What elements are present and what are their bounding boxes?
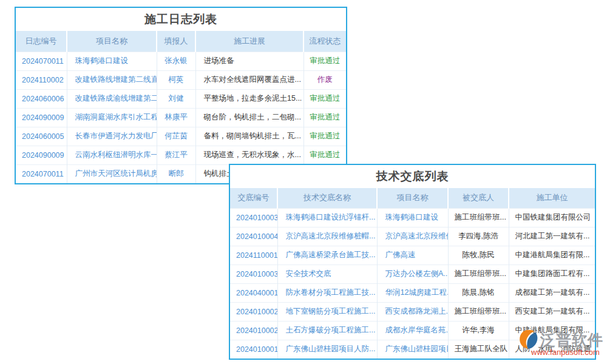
technical-disclosure-table-card: 技术交底列表 交底编号技术交底名称项目名称被交底人施工单位 2024010003… (229, 164, 596, 360)
construction-log-table-header: 日志编号项目名称填报人施工进展流程状态 (16, 31, 346, 52)
log-status-cell: 审批通过 (304, 52, 346, 70)
technical-disclosure-table-header: 交底编号技术交底名称项目名称被交底人施工单位 (230, 188, 595, 208)
disclosure-table-row: 2024010004京沪高速北京段维修桩帽...京沪高速北京段维修李四海,陈浩河… (230, 227, 595, 246)
disclosure-column-header-recipients: 被交底人 (448, 188, 509, 208)
log-project-cell[interactable]: 广州市天河区统计局机房... (67, 164, 157, 183)
disclosure-table-row: 2024040001防水卷材分项工程施工技...华润12城房建工程...陈晨,陈… (230, 283, 595, 302)
log-reporter-cell[interactable]: 林康平 (157, 108, 195, 127)
log-id-cell[interactable]: 2024060006 (16, 89, 67, 108)
log-id-cell[interactable]: 2024060005 (16, 127, 67, 146)
disclosure-unit-cell: 中建港航局集团有限... (509, 246, 595, 265)
disclosure-name-cell[interactable]: 防水卷材分项工程施工技... (277, 283, 377, 302)
disclosure-recipients-cell: 李四海,陈浩 (448, 227, 509, 246)
log-progress-cell: 平整场地，拉走多余泥土15... (195, 89, 304, 108)
log-project-cell[interactable]: 云南水利枢纽潜明水库一... (67, 146, 157, 164)
log-status-cell: 审批通过 (304, 146, 346, 164)
disclosure-project-cell[interactable]: 华润12城房建工程... (377, 283, 448, 302)
disclosure-name-cell[interactable]: 安全技术交底 (277, 265, 377, 283)
disclosure-recipients-cell: 陈牧,陈民 (448, 246, 509, 265)
log-reporter-cell[interactable]: 蔡江平 (157, 146, 195, 164)
disclosure-name-cell[interactable]: 土石方爆破分项工程施工... (277, 321, 377, 340)
disclosure-id-cell[interactable]: 2024010002 (230, 321, 277, 340)
disclosure-unit-cell: 西安建工第一建筑有... (509, 302, 595, 321)
technical-disclosure-table: 交底编号技术交底名称项目名称被交底人施工单位 2024010003珠海鹤港口建设… (230, 188, 595, 359)
log-column-header-status: 流程状态 (304, 31, 346, 52)
disclosure-column-header-id: 交底编号 (230, 188, 277, 208)
disclosure-recipients-cell: 施工班组带班... (448, 302, 509, 321)
disclosure-name-cell[interactable]: 广东佛山碧桂园项目人防... (277, 340, 377, 359)
disclosure-name-cell[interactable]: 广佛高速桥梁承台施工技... (277, 246, 377, 265)
log-id-cell[interactable]: 2024070011 (16, 164, 67, 183)
log-id-cell[interactable]: 2024070011 (16, 52, 67, 70)
log-progress-cell: 砌台阶，钩机排土，二包砌... (195, 108, 304, 127)
disclosure-id-cell[interactable]: 2024010004 (230, 227, 277, 246)
log-reporter-cell[interactable]: 柯英 (157, 70, 195, 89)
log-table-row: 2024060005长春市伊通河水力发电厂...何芷茵备料，砌间墙钩机排土，瓦.… (16, 127, 346, 146)
log-project-cell[interactable]: 长春市伊通河水力发电厂... (67, 127, 157, 146)
log-project-cell[interactable]: 改建铁路线增建第二线直... (67, 70, 157, 89)
disclosure-unit-cell: 成都建工第一建筑有... (509, 283, 595, 302)
log-reporter-cell[interactable]: 张永银 (157, 52, 195, 70)
log-table-row: 2024090009云南水利枢纽潜明水库一...蔡江平现场巡查，无积水现象，水.… (16, 146, 346, 164)
disclosure-unit-cell: 中建集团路面工程有... (509, 265, 595, 283)
log-status-cell: 审批通过 (304, 127, 346, 146)
disclosure-project-cell[interactable]: 万达办公楼左侧A... (377, 265, 448, 283)
disclosure-table-row: 2024010003珠海鹤港口建设抗浮锚杆...珠海鹤港口建设施工班组带班...… (230, 208, 595, 227)
technical-disclosure-table-body: 2024010003珠海鹤港口建设抗浮锚杆...珠海鹤港口建设施工班组带班...… (230, 208, 595, 359)
disclosure-unit-cell: 河北建工第一建筑有... (509, 227, 595, 246)
disclosure-recipients-cell: 施工班组带班... (448, 208, 509, 227)
log-id-cell[interactable]: 2024110002 (16, 70, 67, 89)
log-status-cell: 作废 (304, 70, 346, 89)
log-table-row: 2024090009湖南洞庭湖水库引水工程...林康平砌台阶，钩机排土，二包砌.… (16, 108, 346, 127)
disclosure-id-cell[interactable]: 2024010003 (230, 265, 277, 283)
disclosure-id-cell[interactable]: 2024010001 (230, 340, 277, 359)
log-reporter-cell[interactable]: 断郎 (157, 164, 195, 183)
disclosure-recipients-cell: 陈晨,陈铭 (448, 283, 509, 302)
log-status-cell: 审批通过 (304, 108, 346, 127)
log-column-header-progress: 施工进展 (195, 31, 304, 52)
construction-log-table: 日志编号项目名称填报人施工进展流程状态 2024070011珠海鹤港口建设张永银… (16, 31, 346, 183)
disclosure-id-cell[interactable]: 2024010003 (230, 208, 277, 227)
disclosure-project-cell[interactable]: 京沪高速北京段维修 (377, 227, 448, 246)
disclosure-name-cell[interactable]: 珠海鹤港口建设抗浮锚杆... (277, 208, 377, 227)
disclosure-table-row: 2024110001广佛高速桥梁承台施工技...广佛高速陈牧,陈民中建港航局集团… (230, 246, 595, 265)
log-project-cell[interactable]: 改建铁路成渝线增建第二... (67, 89, 157, 108)
technical-disclosure-table-title: 技术交底列表 (230, 165, 595, 188)
disclosure-id-cell[interactable]: 2024040001 (230, 283, 277, 302)
disclosure-name-cell[interactable]: 地下室钢筋分项工程施工... (277, 302, 377, 321)
construction-log-table-title: 施工日志列表 (16, 8, 346, 31)
disclosure-name-cell[interactable]: 京沪高速北京段维修桩帽... (277, 227, 377, 246)
disclosure-table-row: 2024010002土石方爆破分项工程施工...成都水岸华庭名苑...许华,李海… (230, 321, 595, 340)
disclosure-id-cell[interactable]: 2024110001 (230, 246, 277, 265)
log-project-cell[interactable]: 湖南洞庭湖水库引水工程... (67, 108, 157, 127)
disclosure-project-cell[interactable]: 成都水岸华庭名苑... (377, 321, 448, 340)
log-reporter-cell[interactable]: 何芷茵 (157, 127, 195, 146)
log-column-header-project: 项目名称 (67, 31, 157, 52)
log-progress-cell: 现场巡查，无积水现象，水... (195, 146, 304, 164)
disclosure-project-cell[interactable]: 广东佛山碧桂园项目 (377, 340, 448, 359)
log-table-row: 2024070011珠海鹤港口建设张永银进场准备审批通过 (16, 52, 346, 70)
log-id-cell[interactable]: 2024090009 (16, 108, 67, 127)
disclosure-table-row: 2024010001广东佛山碧桂园项目人防...广东佛山碧桂园项目王海施工队全队… (230, 340, 595, 359)
log-progress-cell: 进场准备 (195, 52, 304, 70)
disclosure-project-cell[interactable]: 珠海鹤港口建设 (377, 208, 448, 227)
disclosure-column-header-unit: 施工单位 (509, 188, 595, 208)
log-progress-cell: 备料，砌间墙钩机排土，瓦... (195, 127, 304, 146)
disclosure-recipients-cell: 王海施工队全队 (448, 340, 509, 359)
log-table-row: 2024110002改建铁路线增建第二线直...柯英水车对全线遮阳网覆盖点进..… (16, 70, 346, 89)
log-column-header-reporter: 填报人 (157, 31, 195, 52)
disclosure-column-header-name: 技术交底名称 (277, 188, 377, 208)
disclosure-project-cell[interactable]: 广佛高速 (377, 246, 448, 265)
disclosure-id-cell[interactable]: 2024010002 (230, 302, 277, 321)
disclosure-column-header-project: 项目名称 (377, 188, 448, 208)
log-id-cell[interactable]: 2024090009 (16, 146, 67, 164)
disclosure-project-cell[interactable]: 西安成都路龙湖上... (377, 302, 448, 321)
disclosure-recipients-cell: 许华,李海 (448, 321, 509, 340)
log-project-cell[interactable]: 珠海鹤港口建设 (67, 52, 157, 70)
disclosure-table-row: 2024010003安全技术交底万达办公楼左侧A...施工班组带班...中建集团… (230, 265, 595, 283)
log-progress-cell: 水车对全线遮阳网覆盖点进... (195, 70, 304, 89)
log-status-cell: 审批通过 (304, 89, 346, 108)
disclosure-unit-cell: 人防、水电、消防疏通 (509, 340, 595, 359)
log-table-row: 2024060006改建铁路成渝线增建第二...刘健平整场地，拉走多余泥土15.… (16, 89, 346, 108)
log-reporter-cell[interactable]: 刘健 (157, 89, 195, 108)
